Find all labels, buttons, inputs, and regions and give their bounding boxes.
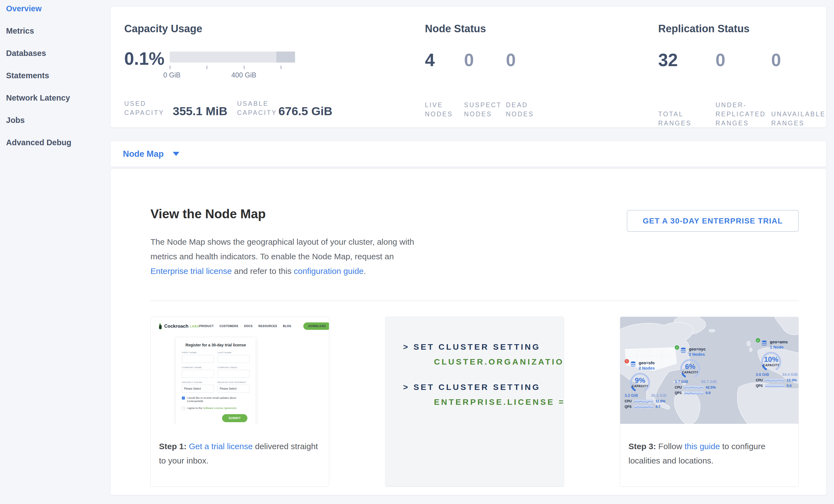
sidebar-item-jobs[interactable]: Jobs	[6, 116, 110, 124]
sql-arg-2: ENTERPRISE.LICENSE =	[434, 397, 564, 407]
under-replicated-ranges-count: 0	[716, 51, 771, 69]
get-trial-license-link[interactable]: Get a trial license	[189, 442, 253, 451]
description-text-3: .	[364, 266, 366, 276]
under-replicated-ranges-label: UNDER-REPLICATED RANGES	[716, 101, 771, 128]
mini-nav-customers[interactable]: CUSTOMERS	[220, 325, 238, 328]
cpu-label: CPU	[756, 378, 765, 382]
sidebar-item-databases[interactable]: Databases	[6, 49, 110, 57]
software-license-agreement-link[interactable]: Software License Agreement.	[203, 407, 237, 410]
this-guide-link[interactable]: this guide	[684, 442, 720, 451]
mini-nav-product[interactable]: PRODUCT	[199, 325, 214, 328]
step-2-card: > SET CLUSTER SETTING CLUSTER.ORGANIZATI…	[385, 316, 564, 487]
capacity-word: CAPACITY	[629, 385, 652, 388]
step-3-caption: Step 3: Follow this guide to configure l…	[620, 424, 798, 468]
logo-name: Cockroach	[164, 324, 189, 329]
sidebar-item-statements[interactable]: Statements	[6, 71, 110, 80]
step-2-image: > SET CLUSTER SETTING CLUSTER.ORGANIZATI…	[386, 317, 564, 486]
dead-nodes-label: DEAD NODES	[506, 101, 542, 119]
node-count: 1 Node	[770, 345, 788, 350]
mini-nav-blog[interactable]: BLOG	[283, 325, 291, 328]
sidebar-item-metrics[interactable]: Metrics	[6, 27, 110, 35]
node-status-title: Node Status	[425, 23, 658, 35]
locality-label: geo=sfo	[639, 360, 655, 366]
field-project-phase: PROJECT PHASE Please Select	[182, 381, 214, 393]
step-1-image: Cockroach LABS PRODUCT CUSTOMERS DOCS RE…	[151, 317, 329, 424]
capacity-percent: 9%	[629, 376, 652, 385]
replication-status-title: Replication Status	[658, 23, 826, 35]
capacity-word: CAPACITY	[760, 364, 783, 367]
enterprise-trial-license-link[interactable]: Enterprise trial license	[150, 266, 232, 276]
node-map-dropdown[interactable]: Node Map	[123, 149, 164, 159]
total-gib: 34.4 GiB	[782, 372, 798, 377]
total-gib: 35.1 GiB	[651, 393, 666, 398]
download-button[interactable]: DOWNLOAD	[303, 323, 329, 330]
first-name-input[interactable]	[182, 355, 214, 363]
configuration-guide-link[interactable]: configuration guide	[294, 266, 364, 276]
unavailable-ranges-label: UNAVAILABLE RANGES	[771, 110, 826, 128]
cpu-value: 42.5%	[706, 385, 716, 389]
field-company-email: COMPANY EMAIL	[218, 366, 250, 378]
project-phase-select[interactable]: Please Select	[182, 385, 214, 393]
node-group-nyc[interactable]: ✓ geo=nyc 2 Nodes	[675, 347, 719, 395]
node-map-promo-card: View the Node Map The Node Map shows the…	[110, 169, 827, 495]
tick-400	[244, 66, 244, 69]
node-group-ams[interactable]: ✓ geo=ams 1 Node	[756, 339, 798, 388]
submit-button[interactable]: SUBMIT	[222, 414, 247, 422]
unavailable-ranges-count: 0	[771, 51, 781, 69]
cpu-label: CPU	[675, 386, 684, 389]
node-map-intro: View the Node Map The Node Map shows the…	[150, 201, 423, 278]
sidebar-item-network-latency[interactable]: Network Latency	[6, 94, 110, 102]
cpu-sparkline	[765, 379, 784, 382]
capacity-bar: 0 GiB 400 GiB	[170, 51, 295, 79]
view-selector-bar: Node Map	[110, 141, 827, 167]
checkbox-checked-icon[interactable]: ✓	[182, 396, 185, 399]
company-name-input[interactable]	[182, 370, 214, 378]
checkbox-empty-icon[interactable]	[182, 407, 185, 410]
sql-arg-1: CLUSTER.ORGANIZATION =	[434, 357, 564, 367]
cpu-value: 11.0%	[656, 399, 665, 403]
mini-nav-docs[interactable]: DOCS	[244, 325, 253, 328]
cpu-value: 12.3%	[787, 378, 797, 382]
mini-nav-resources[interactable]: RESOURCES	[259, 325, 277, 328]
field-label: REASON FOR INTEREST	[218, 381, 250, 384]
cockroach-labs-logo: Cockroach LABS	[158, 323, 199, 329]
replication-status-section: Replication Status 32 0 0 TOTAL RANGES U…	[658, 7, 826, 127]
chevron-down-icon[interactable]	[173, 152, 179, 156]
step-3-card: ! geo=sfo 2 Nodes	[620, 316, 799, 487]
sql-command-1: > SET CLUSTER SETTING	[403, 342, 564, 352]
company-email-input[interactable]	[218, 370, 250, 378]
sidebar-item-advanced-debug[interactable]: Advanced Debug	[6, 138, 110, 147]
database-stack-icon	[761, 340, 768, 350]
form-title: Register for a 30-day trial license	[182, 343, 249, 347]
section-divider	[150, 301, 799, 301]
locality-label: geo=nyc	[689, 347, 706, 352]
field-label: FIRST NAME	[182, 351, 214, 354]
used-capacity-value: 355.1 MiB	[173, 105, 227, 117]
field-reason: REASON FOR INTEREST Please Select	[218, 381, 250, 393]
sidebar: Overview Metrics Databases Statements Ne…	[0, 0, 110, 161]
capacity-percent: 10%	[760, 355, 783, 364]
node-group-sfo[interactable]: ! geo=sfo 2 Nodes	[624, 360, 669, 409]
enterprise-trial-button[interactable]: GET A 30-DAY ENTERPRISE TRIAL	[627, 210, 799, 232]
steps-row: Cockroach LABS PRODUCT CUSTOMERS DOCS RE…	[150, 316, 799, 487]
mini-site-header: Cockroach LABS PRODUCT CUSTOMERS DOCS RE…	[151, 317, 329, 330]
node-count: 2 Nodes	[689, 352, 706, 357]
capacity-bar-ticks	[170, 66, 295, 69]
capacity-word: CAPACITY	[679, 371, 702, 374]
capacity-usage-title: Capacity Usage	[124, 23, 425, 35]
field-last-name: LAST NAME	[218, 351, 250, 363]
database-stack-icon	[630, 361, 636, 371]
qps-value: 0.0	[706, 391, 710, 395]
capacity-percent: 6%	[679, 363, 702, 371]
tick-0	[170, 66, 170, 69]
cpu-label: CPU	[624, 399, 634, 403]
reason-select[interactable]: Please Select	[218, 385, 250, 393]
cpu-sparkline	[634, 399, 653, 403]
email-updates-text: I would like to receive email updates ab…	[187, 396, 249, 403]
field-first-name: FIRST NAME	[182, 351, 214, 363]
last-name-input[interactable]	[218, 355, 250, 363]
license-agreement-checkbox-row: I agree to the Software License Agreemen…	[182, 407, 249, 410]
suspect-nodes-label: SUSPECT NODES	[464, 101, 506, 119]
sidebar-item-overview[interactable]: Overview	[6, 4, 110, 13]
used-capacity-label: USED CAPACITY	[124, 99, 173, 117]
